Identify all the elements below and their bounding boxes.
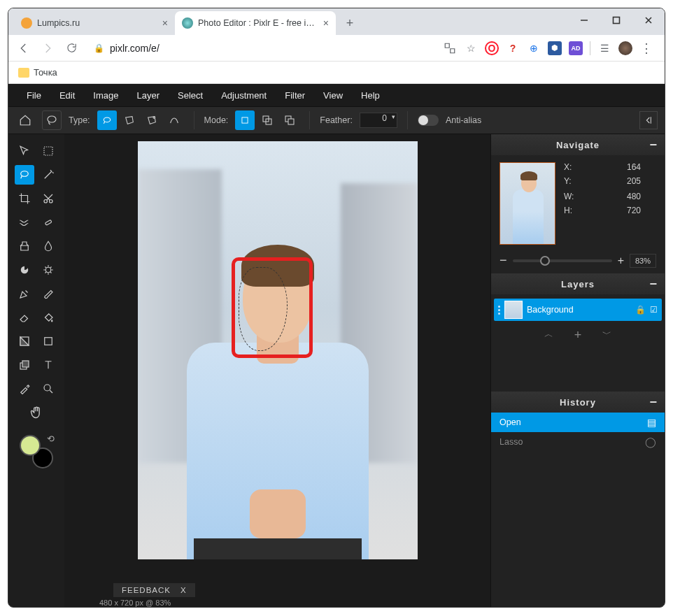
history-panel-header[interactable]: History − bbox=[491, 392, 665, 413]
hand-tool[interactable] bbox=[27, 403, 46, 422]
foreground-swatch[interactable] bbox=[20, 435, 41, 456]
menu-adjustment[interactable]: Adjustment bbox=[213, 86, 275, 105]
lasso-tool-icon[interactable] bbox=[42, 110, 62, 130]
drag-handle-icon[interactable] bbox=[498, 306, 500, 315]
opera-ext-icon[interactable]: O bbox=[485, 41, 499, 55]
heal-tool[interactable] bbox=[38, 213, 58, 232]
lasso-poly-button[interactable] bbox=[120, 110, 139, 130]
menu-select[interactable]: Select bbox=[169, 86, 211, 105]
gradient-tool[interactable] bbox=[15, 331, 34, 351]
dodge-tool[interactable] bbox=[15, 260, 34, 280]
back-button[interactable] bbox=[15, 40, 32, 57]
zoom-tool[interactable] bbox=[38, 379, 58, 399]
url-field[interactable]: 🔒 pixlr.com/e/ bbox=[87, 43, 436, 54]
collapse-icon[interactable]: − bbox=[649, 141, 658, 148]
layer-up-button[interactable]: ︿ bbox=[544, 328, 553, 343]
browser-tab-lumpics[interactable]: Lumpics.ru × bbox=[14, 11, 175, 35]
lock-icon[interactable]: 🔒 bbox=[635, 305, 646, 315]
close-button[interactable] bbox=[632, 8, 665, 32]
bookmark-item[interactable]: Точка bbox=[34, 67, 57, 78]
globe-ext-icon[interactable]: ⊕ bbox=[527, 41, 541, 55]
cut-tool[interactable] bbox=[38, 189, 58, 208]
forward-button[interactable] bbox=[39, 40, 56, 57]
menu-layer[interactable]: Layer bbox=[129, 86, 169, 105]
zoom-in-button[interactable]: + bbox=[618, 255, 624, 267]
marquee-tool[interactable] bbox=[38, 141, 58, 161]
svg-rect-22 bbox=[45, 338, 52, 345]
reader-icon[interactable]: ☰ bbox=[597, 41, 611, 55]
crop-tool[interactable] bbox=[15, 189, 34, 208]
maximize-button[interactable] bbox=[600, 8, 632, 32]
menu-filter[interactable]: Filter bbox=[276, 86, 313, 105]
history-item-open[interactable]: Open ▤ bbox=[491, 413, 665, 432]
blur-tool[interactable] bbox=[38, 236, 58, 256]
zoom-value[interactable]: 83% bbox=[630, 254, 656, 268]
mode-subtract-button[interactable] bbox=[280, 110, 299, 130]
menu-edit[interactable]: Edit bbox=[51, 86, 83, 105]
menu-help[interactable]: Help bbox=[353, 86, 388, 105]
collapse-icon[interactable]: − bbox=[649, 399, 658, 406]
navigate-panel-header[interactable]: Navigate − bbox=[491, 134, 665, 155]
feedback-close[interactable]: X bbox=[180, 586, 187, 594]
swap-colors-icon[interactable]: ⟲ bbox=[47, 434, 55, 444]
ad-ext-icon[interactable]: AD bbox=[569, 41, 583, 55]
lasso-bezier-button[interactable] bbox=[164, 110, 184, 130]
mode-add-button[interactable] bbox=[257, 110, 277, 130]
history-item-lasso[interactable]: Lasso ◯ bbox=[491, 432, 665, 452]
separator bbox=[194, 111, 194, 129]
new-tab-button[interactable]: + bbox=[340, 13, 360, 33]
color-swatches[interactable]: ⟲ bbox=[20, 435, 53, 468]
collapse-panels-button[interactable] bbox=[639, 111, 658, 129]
mode-new-button[interactable] bbox=[235, 110, 255, 130]
lasso-tool[interactable] bbox=[15, 165, 34, 185]
layer-down-button[interactable]: ﹀ bbox=[602, 328, 611, 343]
zoom-slider[interactable] bbox=[513, 259, 612, 262]
zoom-out-button[interactable]: − bbox=[500, 253, 507, 268]
kebab-menu-icon[interactable]: ⋮ bbox=[639, 41, 653, 55]
clone-tool[interactable] bbox=[15, 236, 34, 256]
bookmark-star-icon[interactable]: ☆ bbox=[464, 41, 478, 55]
lasso-magnetic-button[interactable] bbox=[142, 110, 162, 130]
feedback-tab[interactable]: FEEDBACK X bbox=[113, 583, 195, 597]
profile-avatar[interactable] bbox=[618, 41, 632, 55]
replace-color-tool[interactable] bbox=[15, 355, 34, 375]
layer-thumbnail[interactable] bbox=[504, 301, 523, 319]
eyedropper-tool[interactable] bbox=[15, 379, 34, 399]
layer-item[interactable]: Background 🔒 ☑ bbox=[494, 299, 662, 321]
minimize-button[interactable] bbox=[568, 8, 600, 32]
antialias-toggle[interactable] bbox=[418, 115, 439, 126]
navigate-panel: X:164 Y:205 W:480 H:720 − + 83% bbox=[491, 155, 665, 273]
feather-input[interactable]: 0 bbox=[360, 113, 397, 128]
help-ext-icon[interactable]: ? bbox=[506, 41, 520, 55]
visibility-icon[interactable]: ☑ bbox=[650, 305, 658, 315]
cube-ext-icon[interactable]: ⬢ bbox=[548, 41, 562, 55]
home-button[interactable] bbox=[15, 110, 35, 130]
navigator-thumbnail[interactable] bbox=[500, 162, 555, 245]
eraser-tool[interactable] bbox=[15, 308, 34, 327]
move-tool[interactable] bbox=[15, 141, 34, 161]
menu-view[interactable]: View bbox=[315, 86, 351, 105]
reload-button[interactable] bbox=[63, 40, 80, 57]
canvas[interactable] bbox=[138, 141, 418, 559]
brush-tool[interactable] bbox=[38, 284, 58, 303]
menu-image[interactable]: Image bbox=[85, 86, 127, 105]
layer-add-button[interactable]: + bbox=[574, 328, 582, 343]
lasso-free-button[interactable] bbox=[97, 110, 117, 130]
shape-tool[interactable] bbox=[38, 331, 58, 351]
close-icon[interactable]: × bbox=[323, 17, 329, 29]
browser-tab-pixlr[interactable]: Photo Editor : Pixlr E - free image × bbox=[175, 11, 336, 35]
history-panel: Open ▤ Lasso ◯ bbox=[491, 413, 665, 452]
menu-file[interactable]: File bbox=[18, 86, 50, 105]
close-icon[interactable]: × bbox=[162, 17, 168, 29]
sponge-tool[interactable] bbox=[38, 260, 58, 280]
translate-icon[interactable] bbox=[443, 41, 457, 55]
canvas-area[interactable]: FEEDBACK X 480 x 720 px @ 83% bbox=[64, 134, 490, 607]
wand-tool[interactable] bbox=[38, 165, 58, 185]
liquify-tool[interactable] bbox=[15, 213, 34, 232]
pen-tool[interactable] bbox=[15, 284, 34, 303]
text-tool[interactable] bbox=[38, 355, 58, 375]
fill-tool[interactable] bbox=[38, 308, 58, 327]
collapse-icon[interactable]: − bbox=[649, 280, 658, 287]
layers-panel-header[interactable]: Layers − bbox=[491, 273, 665, 294]
tab-title: Photo Editor : Pixlr E - free image bbox=[198, 18, 318, 28]
